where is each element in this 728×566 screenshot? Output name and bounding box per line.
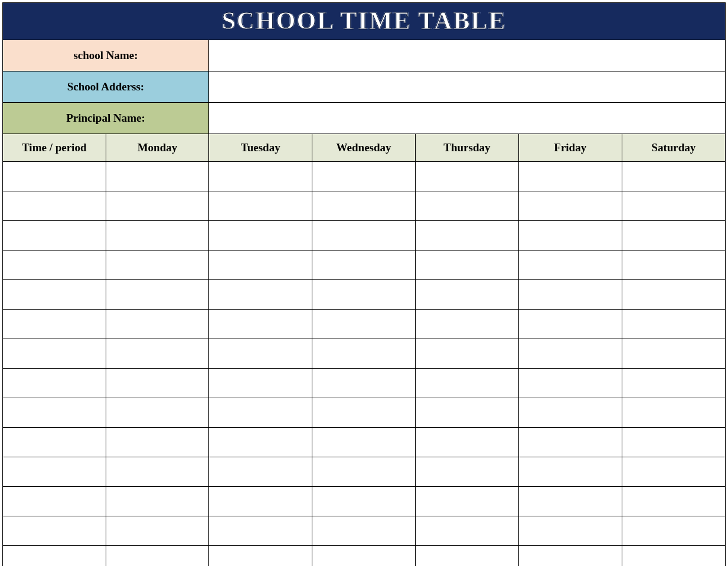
schedule-cell[interactable] bbox=[622, 545, 725, 566]
schedule-cell[interactable] bbox=[415, 220, 518, 250]
schedule-cell[interactable] bbox=[415, 516, 518, 545]
schedule-cell[interactable] bbox=[622, 220, 725, 250]
schedule-cell[interactable] bbox=[415, 368, 518, 398]
schedule-cell[interactable] bbox=[209, 220, 312, 250]
schedule-cell[interactable] bbox=[415, 398, 518, 427]
schedule-cell[interactable] bbox=[518, 250, 622, 279]
schedule-cell[interactable] bbox=[312, 427, 416, 457]
time-period-cell[interactable] bbox=[3, 398, 106, 427]
time-period-cell[interactable] bbox=[3, 545, 106, 566]
time-period-cell[interactable] bbox=[3, 427, 106, 457]
schedule-cell[interactable] bbox=[106, 309, 209, 339]
schedule-cell[interactable] bbox=[415, 545, 518, 566]
schedule-cell[interactable] bbox=[106, 457, 209, 486]
schedule-cell[interactable] bbox=[622, 339, 725, 368]
time-period-cell[interactable] bbox=[3, 161, 106, 191]
schedule-cell[interactable] bbox=[209, 398, 312, 427]
schedule-cell[interactable] bbox=[518, 339, 622, 368]
time-period-cell[interactable] bbox=[3, 516, 106, 545]
schedule-cell[interactable] bbox=[312, 486, 416, 516]
time-period-cell[interactable] bbox=[3, 250, 106, 279]
schedule-cell[interactable] bbox=[622, 191, 725, 220]
time-period-cell[interactable] bbox=[3, 339, 106, 368]
schedule-cell[interactable] bbox=[518, 545, 622, 566]
schedule-cell[interactable] bbox=[518, 309, 622, 339]
schedule-cell[interactable] bbox=[518, 398, 622, 427]
schedule-cell[interactable] bbox=[312, 457, 416, 486]
schedule-cell[interactable] bbox=[209, 250, 312, 279]
schedule-cell[interactable] bbox=[209, 368, 312, 398]
schedule-cell[interactable] bbox=[106, 191, 209, 220]
schedule-cell[interactable] bbox=[106, 161, 209, 191]
time-period-cell[interactable] bbox=[3, 457, 106, 486]
schedule-cell[interactable] bbox=[518, 427, 622, 457]
schedule-cell[interactable] bbox=[106, 279, 209, 309]
schedule-cell[interactable] bbox=[415, 427, 518, 457]
schedule-cell[interactable] bbox=[209, 545, 312, 566]
schedule-cell[interactable] bbox=[518, 161, 622, 191]
schedule-cell[interactable] bbox=[312, 398, 416, 427]
schedule-cell[interactable] bbox=[209, 516, 312, 545]
schedule-cell[interactable] bbox=[518, 486, 622, 516]
schedule-cell[interactable] bbox=[106, 398, 209, 427]
schedule-cell[interactable] bbox=[312, 161, 416, 191]
schedule-cell[interactable] bbox=[622, 368, 725, 398]
schedule-cell[interactable] bbox=[312, 220, 416, 250]
schedule-cell[interactable] bbox=[312, 339, 416, 368]
schedule-cell[interactable] bbox=[209, 191, 312, 220]
time-period-cell[interactable] bbox=[3, 309, 106, 339]
schedule-cell[interactable] bbox=[106, 427, 209, 457]
schedule-cell[interactable] bbox=[209, 457, 312, 486]
schedule-cell[interactable] bbox=[622, 309, 725, 339]
schedule-cell[interactable] bbox=[209, 486, 312, 516]
schedule-cell[interactable] bbox=[209, 279, 312, 309]
schedule-cell[interactable] bbox=[312, 191, 416, 220]
schedule-cell[interactable] bbox=[518, 368, 622, 398]
schedule-cell[interactable] bbox=[312, 250, 416, 279]
schedule-cell[interactable] bbox=[312, 279, 416, 309]
schedule-cell[interactable] bbox=[518, 191, 622, 220]
schedule-cell[interactable] bbox=[622, 486, 725, 516]
schedule-cell[interactable] bbox=[415, 191, 518, 220]
schedule-cell[interactable] bbox=[415, 339, 518, 368]
schedule-cell[interactable] bbox=[415, 161, 518, 191]
schedule-cell[interactable] bbox=[415, 250, 518, 279]
schedule-cell[interactable] bbox=[622, 250, 725, 279]
schedule-cell[interactable] bbox=[106, 516, 209, 545]
schedule-cell[interactable] bbox=[209, 309, 312, 339]
schedule-cell[interactable] bbox=[312, 545, 416, 566]
schedule-cell[interactable] bbox=[622, 279, 725, 309]
schedule-cell[interactable] bbox=[106, 250, 209, 279]
schedule-cell[interactable] bbox=[622, 398, 725, 427]
schedule-cell[interactable] bbox=[106, 486, 209, 516]
schedule-cell[interactable] bbox=[106, 339, 209, 368]
school-address-value[interactable] bbox=[209, 71, 725, 102]
schedule-cell[interactable] bbox=[106, 368, 209, 398]
time-period-cell[interactable] bbox=[3, 220, 106, 250]
schedule-cell[interactable] bbox=[209, 161, 312, 191]
school-name-value[interactable] bbox=[209, 40, 725, 71]
schedule-cell[interactable] bbox=[312, 309, 416, 339]
schedule-cell[interactable] bbox=[209, 339, 312, 368]
schedule-cell[interactable] bbox=[622, 427, 725, 457]
schedule-cell[interactable] bbox=[312, 516, 416, 545]
time-period-cell[interactable] bbox=[3, 486, 106, 516]
schedule-cell[interactable] bbox=[622, 516, 725, 545]
schedule-cell[interactable] bbox=[415, 486, 518, 516]
schedule-cell[interactable] bbox=[518, 457, 622, 486]
schedule-cell[interactable] bbox=[622, 161, 725, 191]
schedule-cell[interactable] bbox=[518, 220, 622, 250]
schedule-cell[interactable] bbox=[106, 545, 209, 566]
schedule-cell[interactable] bbox=[518, 516, 622, 545]
schedule-cell[interactable] bbox=[312, 368, 416, 398]
schedule-cell[interactable] bbox=[518, 279, 622, 309]
schedule-cell[interactable] bbox=[106, 220, 209, 250]
time-period-cell[interactable] bbox=[3, 279, 106, 309]
schedule-cell[interactable] bbox=[415, 279, 518, 309]
principal-name-value[interactable] bbox=[209, 103, 725, 134]
time-period-cell[interactable] bbox=[3, 368, 106, 398]
schedule-cell[interactable] bbox=[415, 457, 518, 486]
time-period-cell[interactable] bbox=[3, 191, 106, 220]
schedule-cell[interactable] bbox=[415, 309, 518, 339]
schedule-cell[interactable] bbox=[209, 427, 312, 457]
